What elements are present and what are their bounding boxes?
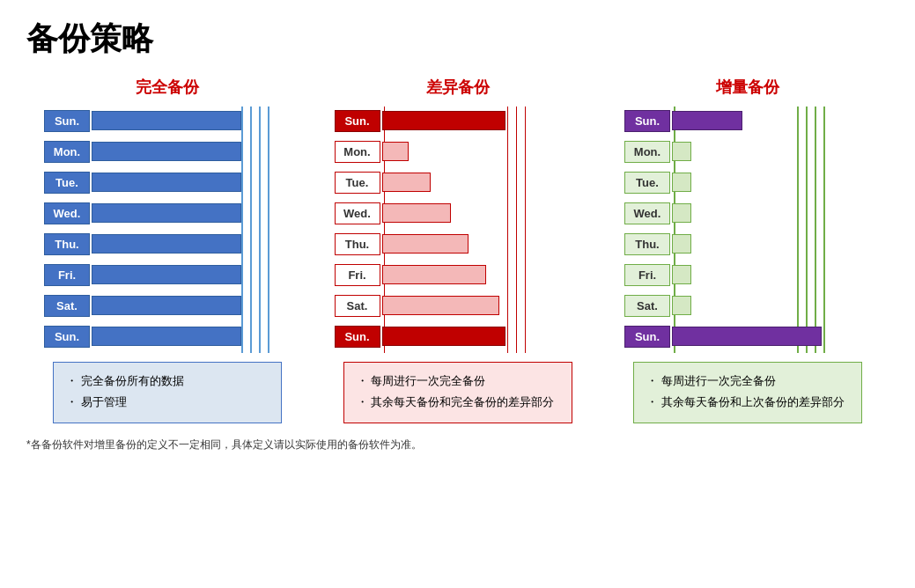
full-day-label-mon: Mon. bbox=[44, 141, 90, 163]
incr-day-label-wed: Wed. bbox=[624, 202, 670, 224]
incr-day-label-thu: Thu. bbox=[624, 233, 670, 255]
incr-day-label-fri: Fri. bbox=[624, 264, 670, 286]
incr-day-tue: Tue. bbox=[624, 168, 871, 196]
diff-backup-section: 差异备份 Sun. Mon. Tue. bbox=[317, 77, 599, 423]
full-backup-chart: Sun. Mon. Tue. Wed. Thu. Fri. bbox=[44, 107, 291, 353]
full-day-label-tue: Tue. bbox=[44, 172, 90, 194]
full-day-sat: Sat. bbox=[44, 291, 291, 320]
incr-bar-sun1 bbox=[672, 111, 742, 130]
footnote: *各备份软件对增里备份的定义不一定相同，具体定义请以实际使用的备份软件为准。 bbox=[26, 437, 889, 452]
full-backup-section: 完全备份 Sun. Mon. Tue. Wed bbox=[26, 77, 308, 423]
diff-bar-fri bbox=[382, 265, 486, 284]
full-bar-wed bbox=[92, 203, 241, 223]
full-day-wed: Wed. bbox=[44, 199, 291, 227]
full-bar-tue bbox=[92, 173, 241, 192]
incr-day-thu: Thu. bbox=[624, 230, 871, 258]
full-day-label-sun1: Sun. bbox=[44, 110, 90, 132]
diff-day-label-sun1: Sun. bbox=[335, 110, 380, 132]
diff-day-sun1: Sun. bbox=[335, 107, 581, 135]
diff-bar-sat bbox=[382, 296, 499, 315]
diff-desc-bullet1: ・ 每周进行一次完全备份 bbox=[357, 371, 559, 391]
diff-backup-chart: Sun. Mon. Tue. Wed. Thu. bbox=[335, 107, 581, 353]
incr-desc-bullet2: ・ 其余每天备份和上次备份的差异部分 bbox=[646, 393, 849, 412]
diff-day-sun2: Sun. bbox=[335, 322, 581, 350]
diff-bar-tue bbox=[382, 173, 431, 192]
full-bar-sun2 bbox=[92, 327, 241, 346]
diff-bar-sun2 bbox=[382, 327, 505, 346]
incr-desc-bullet1: ・ 每周进行一次完全备份 bbox=[646, 371, 849, 391]
full-day-fri: Fri. bbox=[44, 261, 291, 289]
incr-day-sun2: Sun. bbox=[624, 322, 871, 350]
diff-day-wed: Wed. bbox=[335, 199, 581, 227]
diff-backup-title: 差异备份 bbox=[426, 77, 490, 98]
diff-backup-desc: ・ 每周进行一次完全备份 ・ 其余每天备份和完全备份的差异部分 bbox=[343, 362, 572, 423]
diff-day-tue: Tue. bbox=[335, 168, 581, 196]
diff-day-sat: Sat. bbox=[335, 291, 581, 320]
full-day-label-sat: Sat. bbox=[44, 295, 90, 317]
diff-day-label-sat: Sat. bbox=[335, 295, 380, 317]
full-day-label-sun2: Sun. bbox=[44, 326, 90, 348]
full-desc-bullet1: ・ 完全备份所有的数据 bbox=[66, 371, 269, 391]
incr-day-label-sun2: Sun. bbox=[624, 326, 670, 348]
incr-bar-fri bbox=[672, 265, 691, 284]
incr-day-mon: Mon. bbox=[624, 137, 871, 165]
full-day-label-fri: Fri. bbox=[44, 264, 90, 286]
incr-backup-section: 增量备份 Sun. Mon. Tue. bbox=[607, 77, 889, 423]
full-backup-title: 完全备份 bbox=[136, 77, 199, 98]
incr-backup-title: 增量备份 bbox=[716, 77, 779, 98]
full-day-thu: Thu. bbox=[44, 230, 291, 258]
diagrams-row: 完全备份 Sun. Mon. Tue. Wed bbox=[26, 77, 889, 423]
diff-day-mon: Mon. bbox=[335, 137, 581, 165]
full-day-label-thu: Thu. bbox=[44, 233, 90, 255]
diff-day-label-mon: Mon. bbox=[335, 141, 380, 163]
diff-day-label-wed: Wed. bbox=[335, 202, 380, 224]
full-bar-sun1 bbox=[92, 111, 241, 130]
incr-bar-sun2 bbox=[672, 327, 822, 346]
full-day-sun1: Sun. bbox=[44, 107, 291, 135]
incr-bar-tue bbox=[672, 173, 691, 192]
incr-backup-chart: Sun. Mon. Tue. Wed. Thu. bbox=[624, 107, 871, 353]
incr-day-wed: Wed. bbox=[624, 199, 871, 227]
diff-bar-wed bbox=[382, 203, 451, 223]
diff-desc-bullet2: ・ 其余每天备份和完全备份的差异部分 bbox=[357, 393, 559, 412]
incr-day-label-tue: Tue. bbox=[624, 172, 670, 194]
full-day-mon: Mon. bbox=[44, 137, 291, 165]
full-day-tue: Tue. bbox=[44, 168, 291, 196]
diff-day-label-tue: Tue. bbox=[335, 172, 380, 194]
incr-backup-desc: ・ 每周进行一次完全备份 ・ 其余每天备份和上次备份的差异部分 bbox=[633, 362, 862, 423]
incr-bar-thu bbox=[672, 234, 691, 254]
diff-day-label-thu: Thu. bbox=[335, 233, 380, 255]
incr-day-label-sat: Sat. bbox=[624, 295, 670, 317]
diff-bar-sun1 bbox=[382, 111, 505, 130]
diff-day-thu: Thu. bbox=[335, 230, 581, 258]
incr-bar-mon bbox=[672, 142, 691, 161]
diff-day-label-sun2: Sun. bbox=[335, 326, 380, 348]
full-backup-desc: ・ 完全备份所有的数据 ・ 易于管理 bbox=[53, 362, 282, 423]
diff-day-fri: Fri. bbox=[335, 261, 581, 289]
incr-day-fri: Fri. bbox=[624, 261, 871, 289]
incr-day-label-mon: Mon. bbox=[624, 141, 670, 163]
diff-bar-thu bbox=[382, 234, 469, 254]
full-desc-bullet2: ・ 易于管理 bbox=[66, 393, 269, 412]
full-bar-sat bbox=[92, 296, 241, 315]
full-bar-mon bbox=[92, 142, 241, 161]
incr-bar-sat bbox=[672, 296, 691, 315]
diff-bar-mon bbox=[382, 142, 409, 161]
page-title: 备份策略 bbox=[26, 18, 889, 61]
full-bar-thu bbox=[92, 234, 241, 254]
diff-day-label-fri: Fri. bbox=[335, 264, 380, 286]
full-day-label-wed: Wed. bbox=[44, 202, 90, 224]
full-day-sun2: Sun. bbox=[44, 322, 291, 350]
full-bar-fri bbox=[92, 265, 241, 284]
incr-day-sun1: Sun. bbox=[624, 107, 871, 135]
incr-day-label-sun1: Sun. bbox=[624, 110, 670, 132]
incr-bar-wed bbox=[672, 203, 691, 223]
incr-day-sat: Sat. bbox=[624, 291, 871, 320]
